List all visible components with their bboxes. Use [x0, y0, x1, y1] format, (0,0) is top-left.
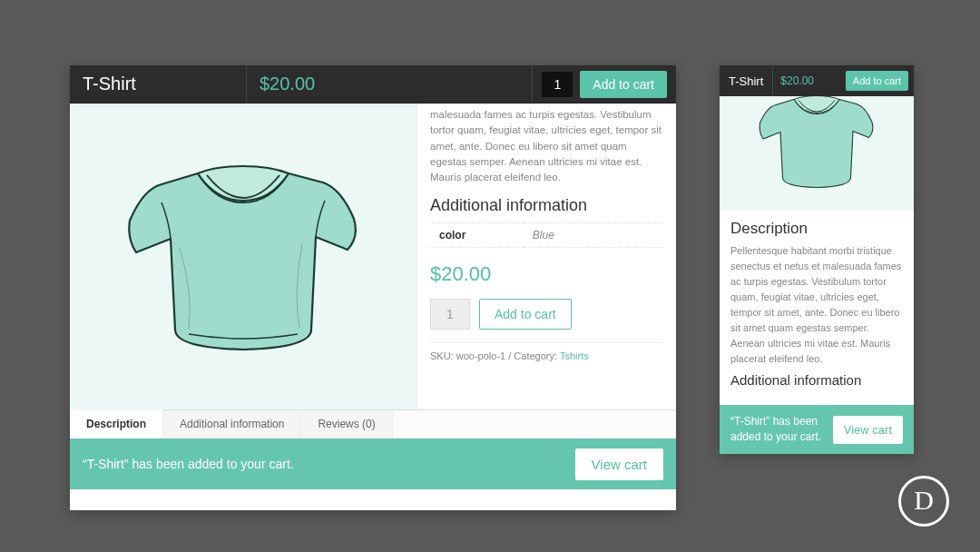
divi-logo-icon: D — [898, 476, 949, 527]
add-to-cart-button[interactable]: Add to cart — [479, 299, 572, 330]
product-content: Description Pellentesque habitant morbi … — [720, 211, 914, 405]
short-description-partial: malesuada fames ac turpis egestas. Vesti… — [430, 107, 663, 185]
product-gallery[interactable] — [720, 96, 914, 211]
cart-notice: “T-Shirt” has been added to your cart. V… — [720, 405, 914, 454]
category-link[interactable]: Tshirts — [560, 350, 589, 361]
product-price: $20.00 — [430, 262, 663, 286]
sku-label: SKU: — [430, 350, 454, 361]
tab-description[interactable]: Description — [70, 409, 163, 439]
cart-notice-message: “T-Shirt” has been added to your cart. — [83, 457, 294, 471]
view-cart-button[interactable]: View cart — [833, 416, 903, 444]
attr-value: Blue — [524, 223, 663, 248]
quantity-input[interactable] — [430, 299, 470, 330]
additional-info-heading: Additional information — [430, 196, 663, 215]
description-text: Pellentesque habitant morbi tristique se… — [730, 243, 903, 367]
sticky-add-to-cart-button[interactable]: Add to cart — [846, 71, 908, 91]
cart-notice: “T-Shirt” has been added to your cart. V… — [70, 439, 676, 489]
product-gallery[interactable] — [70, 104, 417, 409]
sticky-add-to-cart-bar: T-Shirt $20.00 Add to cart — [70, 65, 676, 104]
sticky-quantity-input[interactable] — [542, 72, 573, 97]
sticky-product-price: $20.00 — [247, 65, 533, 103]
sticky-add-to-cart-bar: T-Shirt $20.00 Add to cart — [720, 65, 914, 96]
tshirt-image — [749, 96, 885, 202]
sticky-product-price: $20.00 — [773, 74, 840, 87]
sticky-cart-controls: Add to cart — [533, 65, 676, 103]
attr-name: color — [430, 223, 524, 248]
mobile-preview: T-Shirt $20.00 Add to cart Description P… — [720, 65, 914, 454]
additional-info-heading: Additional information — [730, 372, 903, 388]
sku-value: woo-polo-1 — [456, 350, 505, 361]
product-meta: SKU: woo-polo-1 / Category: Tshirts — [430, 342, 663, 361]
sticky-add-to-cart-button[interactable]: Add to cart — [580, 71, 667, 98]
logo-letter: D — [914, 487, 934, 514]
sticky-product-title: T-Shirt — [70, 65, 247, 103]
description-heading: Description — [730, 220, 903, 238]
view-cart-button[interactable]: View cart — [575, 448, 663, 480]
product-body: malesuada fames ac turpis egestas. Vesti… — [70, 104, 676, 409]
table-row: color Blue — [430, 223, 663, 248]
sticky-product-title: T-Shirt — [720, 65, 773, 96]
cart-notice-message: “T-Shirt” has been added to your cart. — [730, 414, 826, 445]
product-details: malesuada fames ac turpis egestas. Vesti… — [417, 104, 676, 409]
category-label: Category: — [514, 350, 557, 361]
tab-additional-information[interactable]: Additional information — [163, 410, 301, 439]
desktop-preview: T-Shirt $20.00 Add to cart malesuada fam… — [70, 65, 676, 510]
tshirt-image — [107, 139, 379, 375]
product-tabs: Description Additional information Revie… — [70, 409, 676, 439]
attributes-table: color Blue — [430, 222, 663, 248]
add-to-cart-form: Add to cart — [430, 299, 663, 330]
tab-reviews[interactable]: Reviews (0) — [301, 410, 392, 439]
